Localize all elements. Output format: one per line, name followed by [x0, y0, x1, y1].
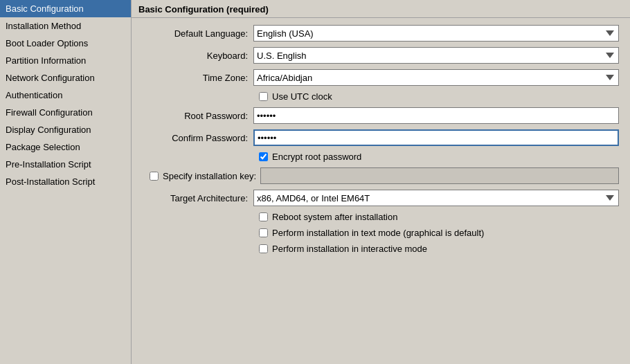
sidebar-item-authentication[interactable]: Authentication: [0, 87, 131, 104]
timezone-select[interactable]: Africa/Abidjan: [253, 69, 619, 86]
utc-clock-label: Use UTC clock: [272, 91, 332, 102]
sidebar-item-network-configuration[interactable]: Network Configuration: [0, 69, 131, 87]
root-password-label: Root Password:: [143, 111, 253, 121]
form-area: Default Language: English (USA) Keyboard…: [132, 18, 630, 364]
sidebar-item-display-configuration[interactable]: Display Configuration: [0, 121, 131, 138]
interactive-mode-label: Perform installation in interactive mode: [272, 244, 427, 254]
confirm-password-input[interactable]: [253, 129, 619, 146]
default-language-control: English (USA): [253, 25, 619, 42]
sidebar-item-post-installation-script[interactable]: Post-Installation Script: [0, 173, 131, 190]
root-password-row: Root Password:: [143, 107, 619, 124]
specify-key-row: Specify installation key:: [143, 167, 619, 184]
sidebar: Basic Configuration Installation Method …: [0, 0, 132, 364]
sidebar-item-partition-information[interactable]: Partition Information: [0, 52, 131, 69]
sidebar-item-package-selection[interactable]: Package Selection: [0, 138, 131, 156]
reboot-row: Reboot system after installation: [143, 212, 619, 222]
target-arch-control: x86, AMD64, or Intel EM64T: [253, 190, 619, 206]
text-mode-row: Perform installation in text mode (graph…: [143, 228, 619, 238]
keyboard-control: U.S. English: [253, 47, 619, 64]
timezone-label: Time Zone:: [143, 73, 253, 83]
root-password-control: [253, 107, 619, 124]
specify-key-checkbox[interactable]: [150, 172, 159, 181]
confirm-password-control: [253, 129, 619, 146]
specify-key-input[interactable]: [260, 167, 619, 184]
interactive-mode-row: Perform installation in interactive mode: [143, 244, 619, 254]
sidebar-item-basic-configuration[interactable]: Basic Configuration: [0, 0, 131, 17]
encrypt-root-row: Encrypt root password: [143, 152, 619, 162]
reboot-checkbox[interactable]: [259, 212, 268, 221]
main-content: Basic Configuration (required) Default L…: [132, 0, 630, 364]
sidebar-item-firewall-configuration[interactable]: Firewall Configuration: [0, 104, 131, 121]
keyboard-select[interactable]: U.S. English: [253, 47, 619, 64]
section-title: Basic Configuration (required): [132, 0, 630, 18]
sidebar-item-installation-method[interactable]: Installation Method: [0, 17, 131, 35]
keyboard-label: Keyboard:: [143, 51, 253, 61]
keyboard-row: Keyboard: U.S. English: [143, 47, 619, 64]
sidebar-item-boot-loader-options[interactable]: Boot Loader Options: [0, 35, 131, 52]
encrypt-root-label: Encrypt root password: [272, 152, 361, 162]
default-language-row: Default Language: English (USA): [143, 25, 619, 42]
sidebar-item-pre-installation-script[interactable]: Pre-Installation Script: [0, 156, 131, 173]
encrypt-root-checkbox[interactable]: [259, 152, 268, 161]
timezone-control: Africa/Abidjan: [253, 69, 619, 86]
reboot-label: Reboot system after installation: [272, 212, 397, 222]
root-password-input[interactable]: [253, 107, 619, 124]
utc-clock-row: Use UTC clock: [143, 91, 619, 102]
text-mode-label: Perform installation in text mode (graph…: [272, 228, 484, 238]
target-arch-row: Target Architecture: x86, AMD64, or Inte…: [143, 190, 619, 206]
default-language-label: Default Language:: [143, 28, 253, 39]
confirm-password-label: Confirm Password:: [143, 133, 253, 143]
confirm-password-row: Confirm Password:: [143, 129, 619, 146]
default-language-select[interactable]: English (USA): [253, 25, 619, 42]
target-arch-select[interactable]: x86, AMD64, or Intel EM64T: [253, 190, 619, 206]
utc-clock-checkbox[interactable]: [259, 92, 268, 101]
timezone-row: Time Zone: Africa/Abidjan: [143, 69, 619, 86]
target-arch-label: Target Architecture:: [143, 193, 253, 203]
specify-key-label: Specify installation key:: [163, 171, 256, 181]
text-mode-checkbox[interactable]: [259, 228, 268, 237]
interactive-mode-checkbox[interactable]: [259, 244, 268, 253]
